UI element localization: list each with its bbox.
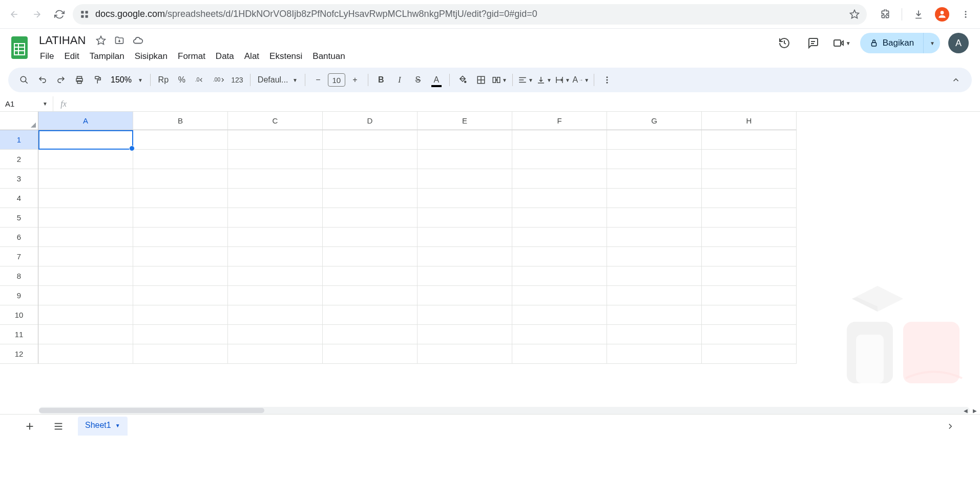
row-header[interactable]: 3 bbox=[0, 169, 38, 189]
cell[interactable] bbox=[133, 286, 228, 305]
cell[interactable] bbox=[418, 130, 512, 150]
row-header[interactable]: 8 bbox=[0, 266, 38, 286]
menu-tampilan[interactable]: Tampilan bbox=[86, 49, 129, 64]
add-sheet-icon[interactable] bbox=[20, 417, 39, 436]
cell[interactable] bbox=[323, 286, 418, 305]
search-menus-icon[interactable] bbox=[15, 71, 33, 89]
cell[interactable] bbox=[512, 228, 607, 247]
column-header[interactable]: G bbox=[607, 112, 702, 130]
cell[interactable] bbox=[418, 266, 512, 286]
formula-input[interactable] bbox=[74, 96, 980, 111]
cell[interactable] bbox=[323, 228, 418, 247]
reload-button[interactable] bbox=[50, 5, 69, 24]
cell[interactable] bbox=[418, 247, 512, 266]
cell[interactable] bbox=[323, 150, 418, 169]
text-color-icon[interactable]: A bbox=[428, 71, 445, 89]
cell[interactable] bbox=[702, 305, 797, 325]
print-icon[interactable] bbox=[71, 71, 88, 89]
cell[interactable] bbox=[133, 228, 228, 247]
cell[interactable] bbox=[323, 266, 418, 286]
cell[interactable] bbox=[228, 150, 323, 169]
cell[interactable] bbox=[38, 305, 133, 325]
cell[interactable] bbox=[702, 208, 797, 228]
row-header[interactable]: 6 bbox=[0, 228, 38, 247]
cell[interactable] bbox=[607, 305, 702, 325]
browser-menu-icon[interactable] bbox=[956, 5, 975, 24]
collapse-toolbar-icon[interactable] bbox=[947, 71, 965, 89]
name-box[interactable]: A1▼ bbox=[0, 96, 53, 111]
undo-icon[interactable] bbox=[34, 71, 51, 89]
site-settings-icon[interactable] bbox=[80, 10, 89, 19]
cell[interactable] bbox=[323, 305, 418, 325]
cell[interactable] bbox=[133, 325, 228, 344]
decrease-font-icon[interactable]: − bbox=[309, 71, 327, 89]
bold-icon[interactable]: B bbox=[372, 71, 390, 89]
cell[interactable] bbox=[607, 208, 702, 228]
cell[interactable] bbox=[323, 344, 418, 364]
fill-color-icon[interactable] bbox=[454, 71, 471, 89]
cell[interactable] bbox=[418, 150, 512, 169]
forward-button[interactable] bbox=[28, 5, 46, 24]
cell[interactable] bbox=[702, 189, 797, 208]
cell[interactable] bbox=[38, 208, 133, 228]
vertical-align-icon[interactable]: ▼ bbox=[535, 71, 553, 89]
share-button[interactable]: Bagikan bbox=[860, 33, 923, 53]
cell[interactable] bbox=[323, 189, 418, 208]
row-header[interactable]: 12 bbox=[0, 344, 38, 364]
row-header[interactable]: 1 bbox=[0, 130, 38, 150]
cell[interactable] bbox=[418, 325, 512, 344]
menu-sisipkan[interactable]: Sisipkan bbox=[131, 49, 172, 64]
downloads-icon[interactable] bbox=[909, 5, 928, 24]
strikethrough-icon[interactable]: S bbox=[409, 71, 427, 89]
column-header[interactable]: F bbox=[512, 112, 607, 130]
cell[interactable] bbox=[228, 286, 323, 305]
cell[interactable] bbox=[512, 266, 607, 286]
cell[interactable] bbox=[702, 286, 797, 305]
cell[interactable] bbox=[38, 266, 133, 286]
extensions-icon[interactable] bbox=[876, 5, 894, 24]
menu-bantuan[interactable]: Bantuan bbox=[308, 49, 349, 64]
column-header[interactable]: H bbox=[702, 112, 797, 130]
cell[interactable] bbox=[133, 247, 228, 266]
row-header[interactable]: 9 bbox=[0, 286, 38, 305]
cell[interactable] bbox=[38, 286, 133, 305]
select-all-corner[interactable] bbox=[0, 112, 38, 130]
profile-avatar[interactable] bbox=[935, 7, 949, 22]
row-header[interactable]: 2 bbox=[0, 150, 38, 169]
cell[interactable] bbox=[228, 305, 323, 325]
bookmark-star-icon[interactable] bbox=[849, 9, 860, 19]
spreadsheet-grid[interactable]: ABCDEFGH123456789101112 ◀▶ bbox=[0, 112, 980, 414]
cell[interactable] bbox=[512, 150, 607, 169]
column-header[interactable]: E bbox=[418, 112, 512, 130]
cell[interactable] bbox=[323, 130, 418, 150]
percent-button[interactable]: % bbox=[173, 71, 191, 89]
cell[interactable] bbox=[418, 208, 512, 228]
currency-button[interactable]: Rp bbox=[155, 71, 172, 89]
account-avatar[interactable]: A bbox=[948, 33, 969, 53]
cell[interactable] bbox=[607, 169, 702, 189]
cell[interactable] bbox=[512, 169, 607, 189]
row-header[interactable]: 7 bbox=[0, 247, 38, 266]
menu-alat[interactable]: Alat bbox=[240, 49, 263, 64]
cell[interactable] bbox=[512, 344, 607, 364]
cell[interactable] bbox=[38, 189, 133, 208]
column-header[interactable]: D bbox=[323, 112, 418, 130]
cell[interactable] bbox=[702, 228, 797, 247]
comments-icon[interactable] bbox=[803, 33, 823, 53]
merge-cells-icon[interactable]: ▼ bbox=[491, 71, 508, 89]
cell[interactable] bbox=[702, 344, 797, 364]
cell[interactable] bbox=[512, 208, 607, 228]
cell[interactable] bbox=[702, 169, 797, 189]
cell[interactable] bbox=[418, 189, 512, 208]
cell[interactable] bbox=[228, 130, 323, 150]
cell[interactable] bbox=[702, 130, 797, 150]
column-header[interactable]: A bbox=[38, 112, 133, 130]
cell[interactable] bbox=[38, 344, 133, 364]
redo-icon[interactable] bbox=[52, 71, 70, 89]
cell[interactable] bbox=[228, 325, 323, 344]
cell[interactable] bbox=[702, 325, 797, 344]
cell[interactable] bbox=[512, 247, 607, 266]
cell[interactable] bbox=[133, 150, 228, 169]
menu-edit[interactable]: Edit bbox=[60, 49, 83, 64]
menu-ekstensi[interactable]: Ekstensi bbox=[265, 49, 306, 64]
